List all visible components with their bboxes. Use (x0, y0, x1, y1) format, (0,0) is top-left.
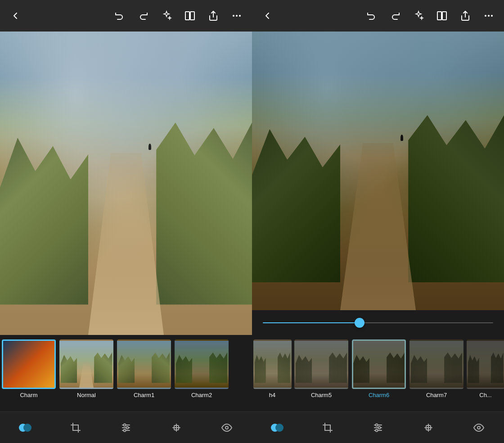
left-photo (0, 32, 252, 335)
filter-item-charm5[interactable]: Charm5 (292, 339, 350, 398)
right-layers-button[interactable] (267, 418, 287, 438)
filter-label-charm2: Charm2 (191, 392, 212, 398)
svg-rect-1 (190, 12, 194, 20)
filter-intensity-slider[interactable] (263, 322, 493, 323)
right-more-button[interactable] (481, 8, 497, 24)
filter-label-charm6: Charm6 (369, 392, 389, 398)
filter-thumb-charm7 (410, 339, 464, 389)
left-filter-strip: Charm Normal Charm1 Charm2 (0, 335, 252, 411)
filter-item-charm6[interactable]: Charm6 (350, 339, 408, 398)
right-undo-button[interactable] (364, 8, 380, 24)
right-panel: h4 Charm5 Charm6 Charm7 (252, 0, 504, 443)
svg-point-27 (477, 426, 480, 429)
right-crop-button[interactable] (318, 418, 338, 438)
filter-item-charm7[interactable]: Charm7 (408, 339, 465, 398)
left-more-button[interactable] (229, 8, 245, 24)
right-person-silhouette (400, 135, 403, 141)
filter-item-charm[interactable]: Charm (0, 339, 58, 398)
svg-point-5 (239, 15, 241, 17)
left-magic-button[interactable] (158, 8, 175, 24)
filter-label-normal: Normal (77, 392, 96, 398)
left-adjustments-button[interactable] (116, 418, 136, 438)
filter-label-charing: Ch... (479, 392, 491, 398)
right-grass-left (252, 129, 340, 282)
right-magic-button[interactable] (410, 8, 427, 24)
svg-rect-15 (442, 12, 446, 20)
left-healing-button[interactable] (166, 418, 186, 438)
left-back-button[interactable] (7, 8, 23, 24)
slider-fill (263, 322, 360, 323)
svg-rect-14 (437, 12, 441, 20)
right-bottom-bar (252, 411, 504, 443)
right-compare-button[interactable] (434, 8, 450, 24)
filter-item-charm2[interactable]: Charm2 (173, 339, 230, 398)
filter-item-charm1[interactable]: Charm1 (115, 339, 173, 398)
left-photo-area (0, 32, 252, 335)
filter-item-h4[interactable]: h4 (252, 339, 292, 398)
right-healing-button[interactable] (418, 418, 438, 438)
grass-left-decoration (0, 138, 88, 305)
left-panel: Charm Normal Charm1 Charm2 (0, 0, 252, 443)
left-layers-button[interactable] (15, 418, 35, 438)
right-adjustments-button[interactable] (368, 418, 388, 438)
slider-thumb[interactable] (355, 318, 364, 328)
svg-point-13 (225, 426, 228, 429)
left-share-button[interactable] (205, 8, 221, 24)
svg-point-23 (376, 424, 378, 426)
filter-label-h4: h4 (269, 392, 275, 398)
filter-label-charm5: Charm5 (311, 392, 332, 398)
filter-label-charm7: Charm7 (426, 392, 447, 398)
right-back-button[interactable] (259, 8, 275, 24)
filter-thumb-charm2 (175, 339, 229, 389)
left-toolbar (0, 0, 252, 32)
right-eye-button[interactable] (469, 418, 489, 438)
right-photo-area (252, 32, 504, 310)
filter-label-charm: Charm (20, 392, 37, 398)
svg-point-17 (485, 15, 486, 17)
right-filter-strip: h4 Charm5 Charm6 Charm7 (252, 335, 504, 411)
svg-point-10 (126, 426, 129, 429)
svg-point-18 (488, 15, 490, 17)
right-photo (252, 32, 504, 310)
svg-point-19 (491, 15, 493, 17)
svg-point-24 (378, 426, 381, 429)
path-decoration (88, 153, 164, 335)
filter-thumb-normal (59, 339, 113, 389)
filter-item-normal[interactable]: Normal (58, 339, 115, 398)
left-compare-button[interactable] (182, 8, 198, 24)
filter-label-charm1: Charm1 (134, 392, 154, 398)
svg-rect-0 (185, 12, 189, 20)
left-undo-button[interactable] (112, 8, 128, 24)
filter-thumb-h4 (253, 339, 292, 389)
right-path (340, 143, 416, 310)
left-eye-button[interactable] (217, 418, 237, 438)
right-slider-area (252, 310, 504, 335)
svg-point-25 (376, 429, 378, 431)
filter-thumb-charm1 (117, 339, 171, 389)
svg-point-9 (124, 424, 126, 426)
filter-thumb-charm (2, 339, 56, 389)
right-redo-button[interactable] (387, 8, 403, 24)
right-toolbar (252, 0, 504, 32)
filter-item-charing[interactable]: Ch... (465, 339, 504, 398)
left-redo-button[interactable] (135, 8, 151, 24)
right-grass-right (408, 115, 504, 282)
svg-point-4 (236, 15, 238, 17)
svg-point-3 (233, 15, 234, 17)
right-share-button[interactable] (457, 8, 473, 24)
filter-thumb-charm6 (352, 339, 406, 389)
left-bottom-bar (0, 411, 252, 443)
filter-thumb-charm5 (294, 339, 348, 389)
filter-thumb-charing (467, 339, 504, 389)
left-crop-button[interactable] (66, 418, 86, 438)
grass-right-decoration (156, 122, 252, 304)
person-silhouette (148, 144, 151, 150)
svg-point-11 (124, 429, 126, 431)
